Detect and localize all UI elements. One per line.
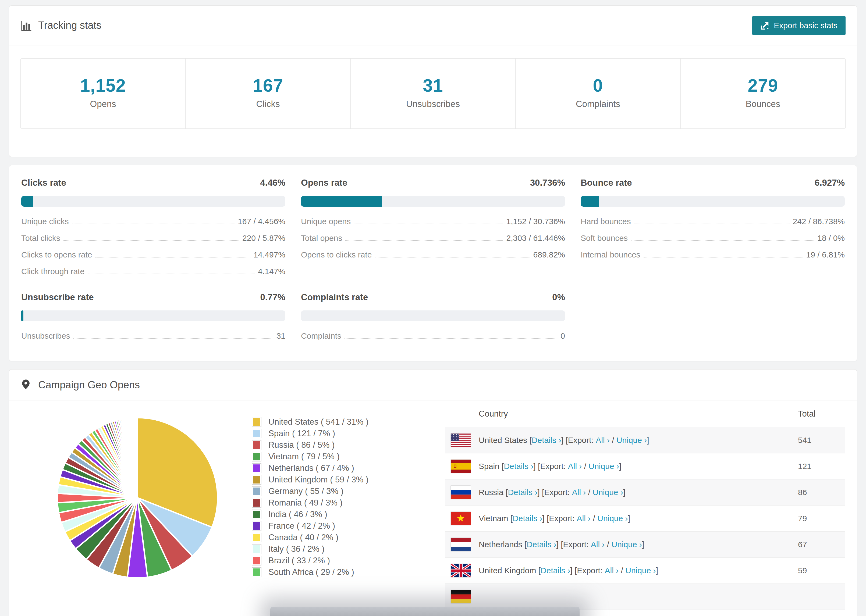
legend-item[interactable]: Canada ( 40 / 2% ) (252, 532, 368, 543)
country-name: Russia (479, 488, 504, 497)
legend-item[interactable]: Russia ( 86 / 5% ) (252, 439, 368, 451)
legend-swatch (252, 498, 261, 508)
dotted-leader (631, 240, 814, 241)
flag-es-icon (451, 460, 471, 473)
separator-text: / (610, 436, 616, 445)
country-total: 59 (798, 566, 845, 575)
stat-label: Unsubscribes (351, 99, 515, 109)
legend-item[interactable]: United Kingdom ( 59 / 3% ) (252, 474, 368, 486)
country-total: 121 (798, 462, 845, 471)
export-button-label: Export basic stats (774, 21, 838, 30)
legend-label: United States ( 541 / 31% ) (268, 417, 368, 427)
legend-item[interactable]: Romania ( 49 / 3% ) (252, 497, 368, 509)
legend-item[interactable]: Vietnam ( 79 / 5% ) (252, 451, 368, 462)
rate-title: Clicks rate (21, 178, 66, 188)
legend-item[interactable]: Netherlands ( 67 / 4% ) (252, 462, 368, 474)
legend-label: Spain ( 121 / 7% ) (268, 429, 335, 438)
export-all-link[interactable]: All › (596, 436, 610, 445)
separator-text: / (590, 514, 597, 523)
legend-item[interactable]: South Africa ( 29 / 2% ) (252, 566, 368, 578)
rate-value: 0.77% (260, 292, 285, 302)
table-row: Russia [Details ›] [Export: All › / Uniq… (446, 479, 845, 506)
stat-value: 167 (186, 75, 350, 96)
stat-label: Bounces (681, 99, 845, 109)
export-basic-stats-button[interactable]: Export basic stats (752, 16, 846, 35)
legend-swatch (252, 533, 261, 542)
legend-swatch (252, 521, 261, 531)
details-link[interactable]: Details › (513, 514, 542, 523)
tracking-stats-card: Tracking stats Export basic stats 1,152O… (9, 5, 857, 157)
rate-value: 30.736% (530, 178, 565, 188)
country-total: 86 (798, 488, 845, 497)
rate-block-complaints-rate: Complaints rate0%Complaints0 (301, 292, 565, 341)
export-all-link[interactable]: All › (572, 488, 586, 497)
details-link[interactable]: Details › (527, 540, 556, 549)
bottom-overlay-bar (270, 607, 579, 616)
country-cell: United Kingdom [Details ›] [Export: All … (446, 564, 798, 577)
legend-label: Brazil ( 33 / 2% ) (268, 556, 330, 566)
legend-label: Vietnam ( 79 / 5% ) (268, 452, 340, 462)
geo-body: United States ( 541 / 31% )Spain ( 121 /… (9, 401, 857, 616)
export-unique-link[interactable]: Unique › (597, 514, 628, 523)
country-cell: Vietnam [Details ›] [Export: All › / Uni… (446, 512, 798, 525)
rate-detail-value: 0 (561, 332, 565, 341)
legend-swatch (252, 464, 261, 473)
export-all-link[interactable]: All › (605, 566, 619, 575)
legend-item[interactable]: India ( 46 / 3% ) (252, 509, 368, 520)
country-cell (446, 590, 798, 603)
rate-progress-fill (21, 310, 24, 321)
rate-title: Unsubscribe rate (21, 292, 94, 302)
legend-swatch (252, 452, 261, 462)
export-unique-link[interactable]: Unique › (592, 488, 623, 497)
rate-detail-row: Hard bounces242 / 86.738% (581, 217, 845, 226)
dotted-leader (634, 224, 790, 224)
rate-block-header: Opens rate30.736% (301, 178, 565, 188)
export-unique-link[interactable]: Unique › (589, 462, 619, 471)
rate-detail-label: Internal bounces (581, 250, 640, 259)
rate-detail-row: Total clicks220 / 5.87% (21, 234, 285, 243)
rate-detail-value: 4.147% (258, 267, 285, 276)
rate-block-header: Complaints rate0% (301, 292, 565, 302)
rate-detail-label: Unique opens (301, 217, 351, 226)
stat-value: 279 (681, 75, 845, 96)
pie-slice (137, 418, 137, 498)
rate-detail-row: Total opens2,303 / 61.446% (301, 234, 565, 243)
bracket-text: [ (508, 514, 513, 523)
dotted-leader (63, 240, 239, 241)
stat-value: 1,152 (21, 75, 185, 96)
details-link[interactable]: Details › (540, 566, 570, 575)
bracket-text: [ (499, 462, 504, 471)
export-all-link[interactable]: All › (577, 514, 591, 523)
legend-item[interactable]: Brazil ( 33 / 2% ) (252, 555, 368, 566)
stat-label: Clicks (186, 99, 350, 109)
rate-detail-label: Total opens (301, 234, 342, 243)
rate-block-header: Unsubscribe rate0.77% (21, 292, 285, 302)
bracket-text: ] [Export: (570, 566, 605, 575)
dotted-leader (72, 224, 235, 224)
legend-item[interactable]: Italy ( 36 / 2% ) (252, 543, 368, 555)
table-row: United States [Details ›] [Export: All ›… (446, 427, 845, 453)
rate-detail-label: Opens to clicks rate (301, 250, 372, 259)
rate-detail-row: Soft bounces18 / 0% (581, 234, 845, 243)
details-link[interactable]: Details › (504, 462, 533, 471)
bracket-text: [ (536, 566, 540, 575)
export-unique-link[interactable]: Unique › (612, 540, 642, 549)
details-link[interactable]: Details › (508, 488, 537, 497)
rate-detail-label: Complaints (301, 332, 341, 341)
flag-nl-icon (451, 538, 471, 551)
legend-item[interactable]: Spain ( 121 / 7% ) (252, 427, 368, 439)
legend-item[interactable]: Germany ( 55 / 3% ) (252, 486, 368, 497)
export-all-link[interactable]: All › (591, 540, 605, 549)
table-row: Netherlands [Details ›] [Export: All › /… (446, 532, 845, 558)
rate-detail-value: 19 / 6.81% (806, 250, 845, 259)
export-all-link[interactable]: All › (568, 462, 582, 471)
details-link[interactable]: Details › (532, 436, 561, 445)
legend-item[interactable]: France ( 42 / 2% ) (252, 520, 368, 532)
separator-text: / (586, 488, 592, 497)
export-unique-link[interactable]: Unique › (625, 566, 656, 575)
rate-detail-value: 242 / 86.738% (793, 217, 845, 226)
legend-item[interactable]: United States ( 541 / 31% ) (252, 416, 368, 427)
export-unique-link[interactable]: Unique › (616, 436, 647, 445)
legend-label: Canada ( 40 / 2% ) (268, 533, 339, 542)
rate-block-unsubscribe-rate: Unsubscribe rate0.77%Unsubscribes31 (21, 292, 285, 341)
